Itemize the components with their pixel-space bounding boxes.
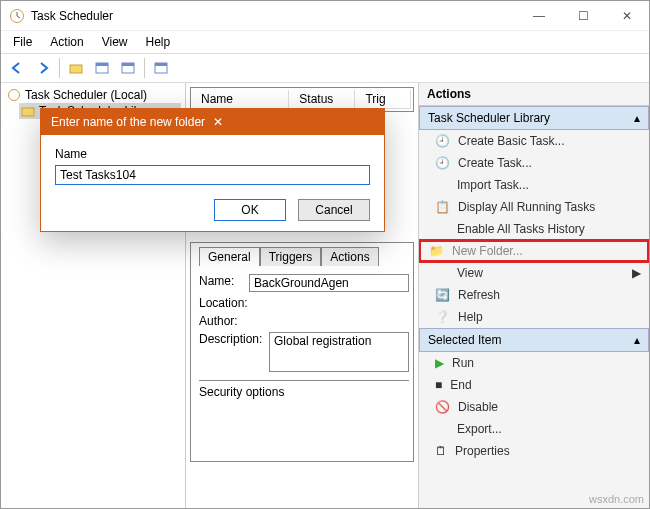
action-create-basic-task[interactable]: 🕘Create Basic Task...: [419, 130, 649, 152]
action-new-folder[interactable]: 📁New Folder...: [419, 240, 649, 262]
label-name: Name:: [199, 274, 249, 288]
action-label: End: [450, 378, 471, 392]
label-location: Location:: [199, 296, 269, 310]
action-disable[interactable]: 🚫Disable: [419, 396, 649, 418]
svg-rect-3: [96, 63, 108, 66]
cancel-button[interactable]: Cancel: [298, 199, 370, 221]
action-label: Export...: [457, 422, 502, 436]
tab-triggers[interactable]: Triggers: [260, 247, 322, 266]
menu-bar: File Action View Help: [1, 31, 649, 53]
tree-root-label: Task Scheduler (Local): [25, 88, 147, 102]
action-run[interactable]: ▶Run: [419, 352, 649, 374]
back-button[interactable]: [5, 56, 29, 80]
dialog-titlebar: Enter name of the new folder ✕: [41, 109, 384, 135]
action-label: Disable: [458, 400, 498, 414]
play-icon: ▶: [435, 356, 444, 370]
label-description: Description:: [199, 332, 269, 346]
menu-view[interactable]: View: [94, 33, 136, 51]
toolbar-folder-icon[interactable]: [64, 56, 88, 80]
chevron-right-icon: ▶: [632, 266, 641, 280]
actions-header: Actions: [419, 83, 649, 106]
action-label: Import Task...: [457, 178, 529, 192]
toolbar: [1, 53, 649, 83]
action-label: Refresh: [458, 288, 500, 302]
col-name[interactable]: Name: [193, 90, 289, 109]
actions-section-selected[interactable]: Selected Item ▴: [419, 328, 649, 352]
new-folder-dialog: Enter name of the new folder ✕ Name OK C…: [40, 108, 385, 232]
refresh-icon: 🔄: [435, 288, 450, 302]
col-status[interactable]: Status: [291, 90, 355, 109]
action-properties[interactable]: 🗒Properties: [419, 440, 649, 462]
forward-button[interactable]: [31, 56, 55, 80]
tab-general[interactable]: General: [199, 247, 260, 266]
window-title: Task Scheduler: [31, 9, 517, 23]
action-help[interactable]: ❔Help: [419, 306, 649, 328]
folder-name-input[interactable]: [55, 165, 370, 185]
folder-icon: 📁: [429, 244, 444, 258]
col-trig[interactable]: Trig: [357, 90, 411, 109]
help-icon: ❔: [435, 310, 450, 324]
actions-section-library[interactable]: Task Scheduler Library ▴: [419, 106, 649, 130]
label-author: Author:: [199, 314, 269, 328]
folder-icon: [21, 104, 35, 118]
action-label: Display All Running Tasks: [458, 200, 595, 214]
svg-point-8: [9, 90, 20, 101]
action-view[interactable]: View▶: [419, 262, 649, 284]
close-button[interactable]: ✕: [605, 2, 649, 30]
watermark: wsxdn.com: [589, 493, 644, 505]
clock-icon: [9, 8, 25, 24]
toolbar-window3-icon[interactable]: [149, 56, 173, 80]
details-pane: General Triggers Actions Name: Location:…: [190, 242, 414, 462]
close-icon[interactable]: ✕: [213, 115, 375, 129]
action-refresh[interactable]: 🔄Refresh: [419, 284, 649, 306]
dialog-name-label: Name: [55, 147, 370, 161]
actions-pane: Actions Task Scheduler Library ▴ 🕘Create…: [419, 83, 649, 508]
label-security: Security options: [199, 385, 284, 399]
stop-icon: ■: [435, 378, 442, 392]
toolbar-window2-icon[interactable]: [116, 56, 140, 80]
menu-file[interactable]: File: [5, 33, 40, 51]
ok-button[interactable]: OK: [214, 199, 286, 221]
menu-action[interactable]: Action: [42, 33, 91, 51]
collapse-icon: ▴: [634, 333, 640, 347]
disable-icon: 🚫: [435, 400, 450, 414]
action-display-running[interactable]: 📋Display All Running Tasks: [419, 196, 649, 218]
minimize-button[interactable]: —: [517, 2, 561, 30]
tree-root[interactable]: Task Scheduler (Local): [5, 87, 181, 103]
action-export[interactable]: Export...: [419, 418, 649, 440]
actions-section-selected-label: Selected Item: [428, 333, 501, 347]
maximize-button[interactable]: ☐: [561, 2, 605, 30]
tab-actions[interactable]: Actions: [321, 247, 378, 266]
properties-icon: 🗒: [435, 444, 447, 458]
svg-rect-1: [70, 65, 82, 73]
action-label: Help: [458, 310, 483, 324]
task-icon: 🕘: [435, 156, 450, 170]
actions-section-library-label: Task Scheduler Library: [428, 111, 550, 125]
clock-icon: [7, 88, 21, 102]
svg-rect-7: [155, 63, 167, 66]
field-name[interactable]: [249, 274, 409, 292]
action-label: Properties: [455, 444, 510, 458]
action-label: View: [457, 266, 483, 280]
action-import-task[interactable]: Import Task...: [419, 174, 649, 196]
svg-rect-5: [122, 63, 134, 66]
toolbar-window1-icon[interactable]: [90, 56, 114, 80]
action-end[interactable]: ■End: [419, 374, 649, 396]
window-titlebar: Task Scheduler — ☐ ✕: [1, 1, 649, 31]
security-section: Security options: [199, 380, 409, 399]
action-create-task[interactable]: 🕘Create Task...: [419, 152, 649, 174]
dialog-title: Enter name of the new folder: [51, 115, 213, 129]
wizard-icon: 🕘: [435, 134, 450, 148]
action-label: Enable All Tasks History: [457, 222, 585, 236]
action-label: Create Task...: [458, 156, 532, 170]
list-icon: 📋: [435, 200, 450, 214]
action-enable-history[interactable]: Enable All Tasks History: [419, 218, 649, 240]
collapse-icon: ▴: [634, 111, 640, 125]
svg-rect-9: [22, 108, 34, 116]
action-label: New Folder...: [452, 244, 523, 258]
action-label: Run: [452, 356, 474, 370]
action-label: Create Basic Task...: [458, 134, 565, 148]
menu-help[interactable]: Help: [138, 33, 179, 51]
field-description[interactable]: Global registration: [269, 332, 409, 372]
